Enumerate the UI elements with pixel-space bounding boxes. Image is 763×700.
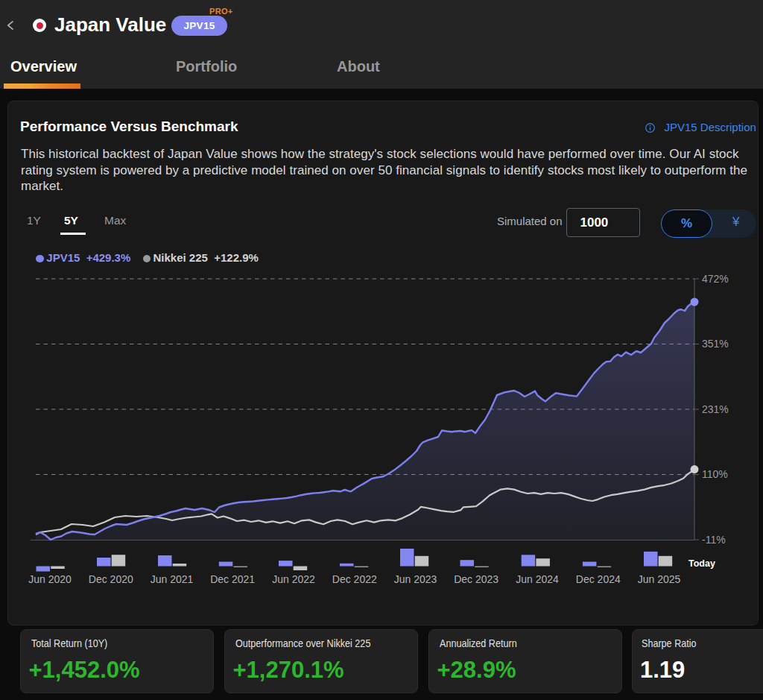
svg-text:Jun 2024: Jun 2024 — [516, 573, 559, 585]
svg-text:Dec 2023: Dec 2023 — [454, 573, 498, 585]
svg-text:472%: 472% — [702, 273, 729, 285]
svg-text:Jun 2020: Jun 2020 — [28, 573, 72, 585]
svg-text:Jun 2023: Jun 2023 — [394, 573, 437, 585]
svg-text:Dec 2021: Dec 2021 — [210, 573, 255, 585]
svg-text:Jun 2021: Jun 2021 — [151, 573, 194, 585]
svg-text:110%: 110% — [702, 468, 728, 480]
svg-text:Dec 2024: Dec 2024 — [576, 573, 621, 585]
svg-text:Jun 2022: Jun 2022 — [272, 573, 315, 585]
svg-text:Dec 2020: Dec 2020 — [89, 573, 133, 585]
svg-text:-11%: -11% — [702, 534, 726, 546]
svg-text:351%: 351% — [702, 338, 729, 350]
svg-text:231%: 231% — [702, 403, 729, 415]
svg-text:Jun 2025: Jun 2025 — [638, 573, 681, 585]
svg-text:Dec 2022: Dec 2022 — [332, 573, 377, 585]
svg-text:Today: Today — [688, 558, 715, 569]
